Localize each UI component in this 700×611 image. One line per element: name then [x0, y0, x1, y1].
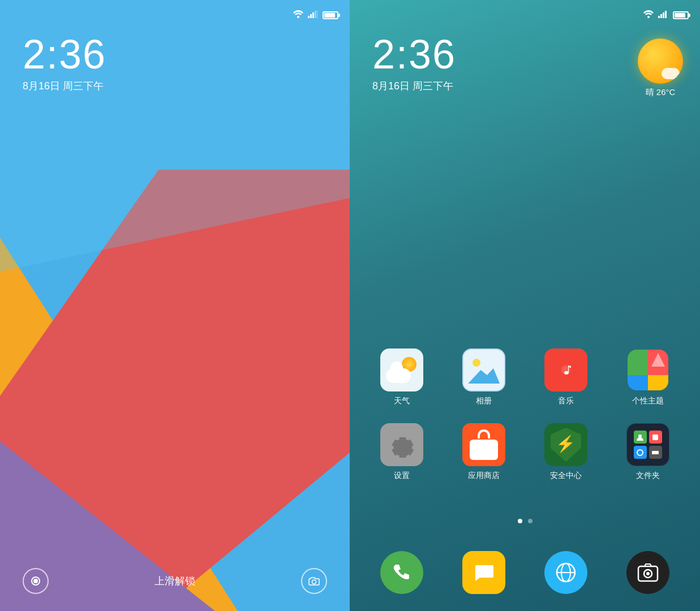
theme-q4 — [648, 375, 668, 390]
svg-rect-9 — [315, 11, 316, 18]
dock-camera[interactable] — [626, 551, 669, 594]
app-theme[interactable]: 个性主题 — [617, 348, 679, 406]
appstore-app-icon — [462, 423, 505, 466]
weather-info: 晴 26°C — [646, 87, 676, 98]
music-app-icon — [544, 348, 587, 391]
lock-screen[interactable]: 2:36 8月16日 周三下午 上滑解锁 — [0, 0, 350, 611]
gallery-app-label: 相册 — [476, 396, 492, 406]
theme-q1 — [628, 350, 648, 375]
theme-q3 — [628, 375, 648, 390]
signal-icon — [308, 10, 318, 20]
folder-app-icon — [626, 423, 669, 466]
lock-time-area: 2:36 8月16日 周三下午 — [23, 34, 106, 93]
folder-cell-2 — [649, 431, 662, 444]
svg-rect-8 — [312, 12, 314, 18]
security-app-icon: ⚡ — [544, 423, 587, 466]
app-weather[interactable]: 天气 — [371, 348, 433, 406]
lock-time: 2:36 — [23, 34, 106, 75]
svg-rect-7 — [310, 14, 312, 18]
svg-point-5 — [297, 16, 299, 18]
svg-rect-17 — [663, 12, 664, 18]
weather-widget[interactable]: 晴 26°C — [638, 38, 683, 98]
weather-app-icon — [380, 348, 423, 391]
weather-sun-icon — [638, 38, 683, 84]
app-grid: 天气 相册 — [350, 348, 700, 498]
weather-icon-cloud — [386, 368, 411, 383]
svg-point-13 — [312, 580, 316, 584]
page-dot-2[interactable] — [528, 519, 532, 523]
shield-shape: ⚡ — [551, 428, 581, 462]
app-row-2: 设置 应用商店 ⚡ 安全中心 — [361, 423, 689, 481]
wifi-icon — [293, 10, 303, 20]
bag-container — [470, 429, 498, 460]
svg-rect-18 — [665, 11, 667, 18]
folder-cell-1 — [634, 431, 647, 444]
svg-rect-16 — [660, 14, 662, 18]
unlock-text: 上滑解锁 — [154, 574, 195, 588]
app-music[interactable]: 音乐 — [535, 348, 597, 406]
music-app-label: 音乐 — [558, 396, 574, 406]
app-settings[interactable]: 设置 — [371, 423, 433, 481]
home-date: 8月16日 周三下午 — [372, 79, 456, 93]
theme-q2 — [648, 350, 668, 375]
dock-phone[interactable] — [380, 551, 423, 594]
appstore-app-label: 应用商店 — [468, 471, 500, 481]
app-gallery[interactable]: 相册 — [453, 348, 515, 406]
app-appstore[interactable]: 应用商店 — [453, 423, 515, 481]
page-dots — [350, 519, 700, 523]
home-signal-icon — [658, 10, 668, 20]
svg-rect-6 — [308, 16, 310, 18]
home-screen: 2:36 8月16日 周三下午 晴 26°C 天气 — [350, 0, 700, 611]
theme-app-label: 个性主题 — [632, 396, 664, 406]
app-security[interactable]: ⚡ 安全中心 — [535, 423, 597, 481]
gallery-app-icon — [462, 348, 505, 391]
svg-rect-22 — [652, 434, 658, 440]
theme-app-icon — [626, 348, 669, 391]
record-button[interactable] — [23, 568, 49, 594]
gallery-mountain — [468, 367, 500, 384]
lock-status-bar — [293, 10, 338, 20]
svg-rect-15 — [658, 16, 660, 18]
settings-app-label: 设置 — [394, 471, 410, 481]
folder-app-label: 文件夹 — [636, 471, 660, 481]
app-row-1: 天气 相册 — [361, 348, 689, 406]
lock-date: 8月16日 周三下午 — [23, 79, 106, 93]
app-folder[interactable]: 文件夹 — [617, 423, 679, 481]
lock-bottom-bar: 上滑解锁 — [0, 568, 350, 594]
svg-rect-10 — [317, 10, 318, 18]
gallery-sun — [473, 359, 480, 367]
dock-browser[interactable] — [544, 551, 587, 594]
home-battery-icon — [673, 11, 689, 19]
home-time-area: 2:36 8月16日 周三下午 — [372, 34, 456, 93]
settings-app-icon — [380, 423, 423, 466]
weather-app-label: 天气 — [394, 396, 410, 406]
page-dot-1[interactable] — [518, 519, 522, 523]
home-status-bar — [643, 10, 689, 20]
folder-cell-4 — [649, 446, 662, 459]
svg-point-12 — [33, 579, 38, 583]
folder-cell-3 — [634, 446, 647, 459]
bag-body — [470, 440, 498, 460]
theme-grid — [628, 350, 668, 390]
home-wifi-icon — [643, 10, 654, 20]
battery-icon — [323, 11, 338, 19]
dock — [350, 551, 700, 594]
svg-point-23 — [637, 450, 643, 455]
folder-grid — [630, 427, 665, 462]
home-time: 2:36 — [372, 34, 456, 75]
bag-handle — [478, 429, 490, 438]
bolt-icon: ⚡ — [556, 434, 576, 453]
camera-lock-button[interactable] — [301, 568, 327, 594]
security-app-label: 安全中心 — [550, 471, 582, 481]
dock-message[interactable] — [462, 551, 505, 594]
svg-rect-24 — [652, 451, 659, 454]
svg-point-14 — [647, 16, 650, 18]
svg-point-30 — [646, 572, 650, 575]
